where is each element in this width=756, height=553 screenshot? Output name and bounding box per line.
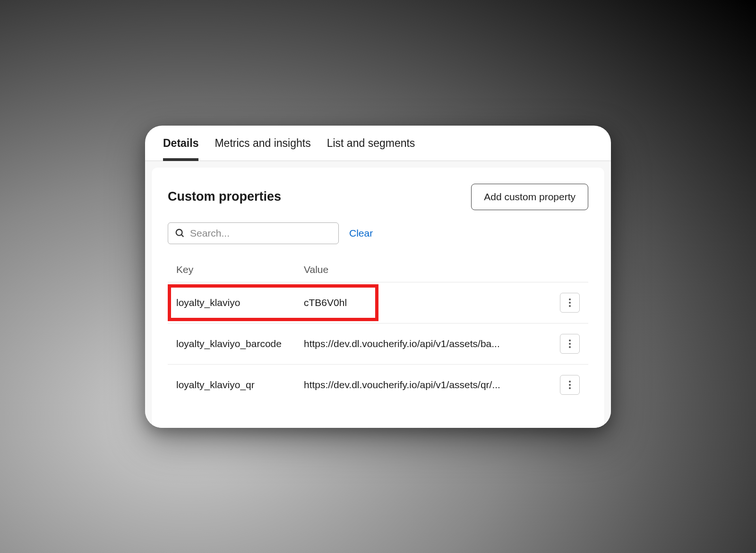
table-row: loyalty_klaviyo_qr https://dev.dl.vouche… (168, 364, 588, 405)
app-window: Details Metrics and insights List and se… (145, 126, 611, 428)
tab-bar: Details Metrics and insights List and se… (145, 126, 611, 161)
custom-properties-card: Custom properties Add custom property Cl… (152, 168, 604, 428)
properties-table: Key Value loyalty_klaviyo cTB6V0hl lo (168, 257, 588, 405)
table-row: loyalty_klaviyo cTB6V0hl (168, 282, 588, 323)
property-key: loyalty_klaviyo (176, 297, 304, 308)
header-key: Key (176, 264, 304, 275)
row-actions-button[interactable] (560, 293, 580, 313)
card-header: Custom properties Add custom property (168, 184, 588, 210)
table-row: loyalty_klaviyo_barcode https://dev.dl.v… (168, 323, 588, 364)
card-title: Custom properties (168, 189, 281, 204)
kebab-icon (569, 381, 571, 389)
content-area: Custom properties Add custom property Cl… (145, 161, 611, 428)
table-header: Key Value (168, 257, 588, 282)
kebab-icon (569, 340, 571, 348)
tab-details[interactable]: Details (163, 137, 198, 161)
add-custom-property-button[interactable]: Add custom property (471, 184, 588, 210)
svg-point-0 (176, 229, 182, 235)
search-box[interactable] (168, 222, 339, 244)
search-row: Clear (168, 222, 588, 244)
row-actions-button[interactable] (560, 334, 580, 354)
property-value: https://dev.dl.voucherify.io/api/v1/asse… (304, 379, 556, 391)
tab-lists[interactable]: List and segments (327, 137, 415, 161)
property-value: https://dev.dl.voucherify.io/api/v1/asse… (304, 338, 556, 349)
kebab-icon (569, 298, 571, 307)
property-value: cTB6V0hl (304, 297, 556, 308)
row-actions-button[interactable] (560, 375, 580, 395)
svg-line-1 (181, 234, 184, 237)
search-icon (175, 228, 185, 238)
tab-metrics[interactable]: Metrics and insights (215, 137, 310, 161)
property-key: loyalty_klaviyo_qr (176, 379, 304, 391)
search-input[interactable] (190, 228, 332, 239)
property-key: loyalty_klaviyo_barcode (176, 338, 304, 349)
clear-link[interactable]: Clear (349, 228, 373, 239)
header-value: Value (304, 264, 556, 275)
